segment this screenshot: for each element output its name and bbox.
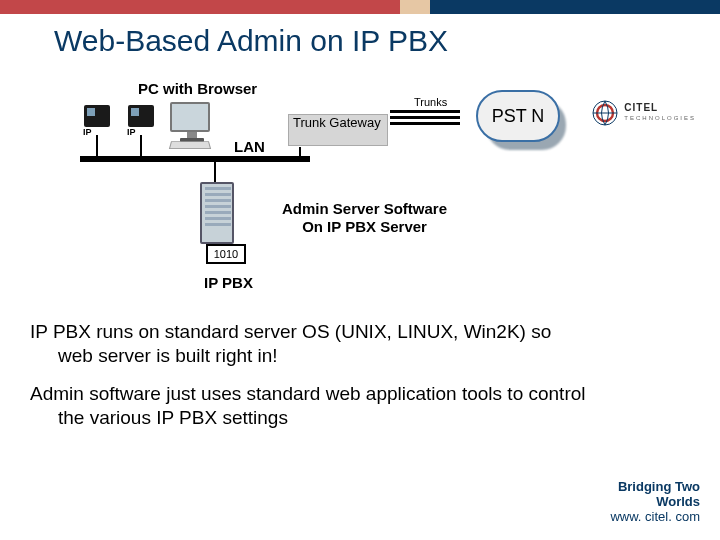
pstn-cloud: PST N	[476, 90, 566, 150]
footer-tagline: Worlds	[610, 494, 700, 509]
ip-phone-icon: IP	[84, 105, 114, 135]
cloud-label: PST N	[476, 90, 560, 142]
bullet-item: Admin software just uses standard web ap…	[30, 382, 590, 430]
server-code-box: 1010	[206, 244, 246, 264]
trunk-gateway-box: Trunk Gateway	[288, 114, 388, 146]
lan-bar	[80, 156, 310, 162]
lan-label: LAN	[234, 138, 265, 155]
bar-blue	[430, 0, 720, 14]
ip-tag: IP	[82, 127, 93, 137]
bullet-list: IP PBX runs on standard server OS (UNIX,…	[30, 320, 590, 444]
ip-tag: IP	[126, 127, 137, 137]
bar-red	[0, 0, 400, 14]
admin-note-line: On IP PBX Server	[302, 218, 427, 235]
pc-label: PC with Browser	[138, 80, 257, 97]
keyboard-icon	[169, 141, 211, 149]
ip-pbx-label: IP PBX	[204, 274, 253, 291]
trunks-label: Trunks	[414, 96, 447, 108]
footer-tagline: Bridging Two	[610, 479, 700, 494]
footer: Bridging Two Worlds www. citel. com	[610, 479, 700, 524]
logo-text: CITEL TECHNOLOGIES	[624, 103, 696, 123]
trunk-gateway-label: Trunk Gateway	[293, 115, 381, 130]
trunk-lines-icon	[390, 110, 460, 128]
bar-tan	[400, 0, 430, 14]
bullet-item: IP PBX runs on standard server OS (UNIX,…	[30, 320, 590, 368]
slide-title: Web-Based Admin on IP PBX	[54, 24, 448, 58]
logo-sub: TECHNOLOGIES	[624, 113, 696, 123]
footer-url: www. citel. com	[610, 509, 700, 524]
server-icon	[200, 182, 244, 250]
globe-icon	[592, 100, 618, 126]
ip-phone-icon: IP	[128, 105, 158, 135]
admin-server-note: Admin Server Software On IP PBX Server	[282, 200, 447, 236]
logo-name: CITEL	[624, 102, 658, 113]
admin-note-line: Admin Server Software	[282, 200, 447, 217]
slide: Web-Based Admin on IP PBX CITEL TECHNOLO…	[0, 0, 720, 540]
network-diagram: PC with Browser IP IP LAN Trunk Gateway …	[84, 80, 584, 300]
top-bar	[0, 0, 720, 14]
brand-logo: CITEL TECHNOLOGIES	[592, 100, 696, 126]
